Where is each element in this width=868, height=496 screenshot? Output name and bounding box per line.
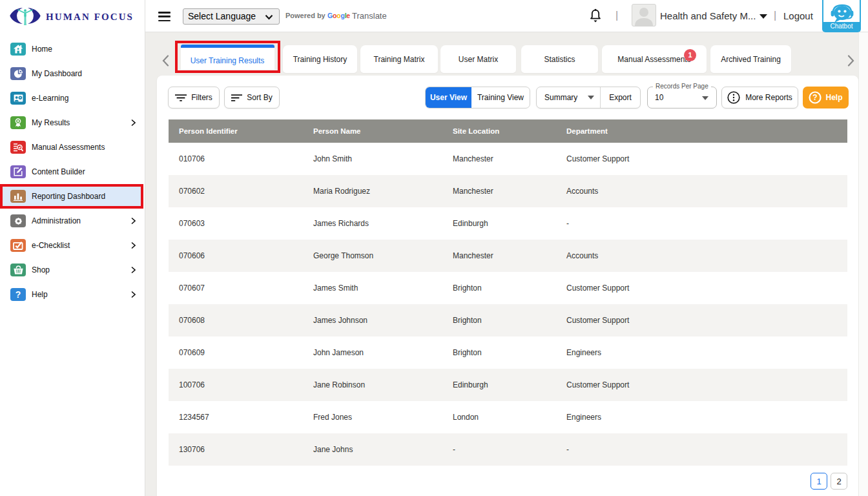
svg-text:?: ? [813,93,818,102]
